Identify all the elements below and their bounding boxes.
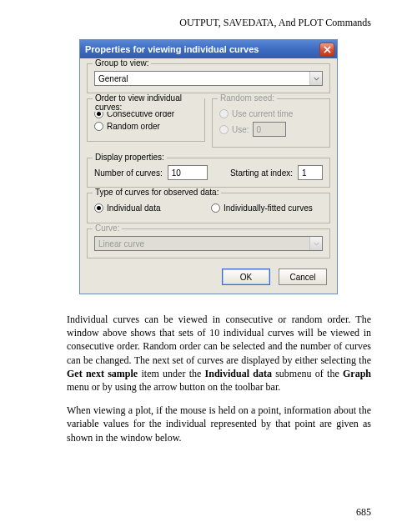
random-seed-legend: Random seed:: [218, 93, 277, 103]
dialog-buttons: OK Cancel: [87, 263, 330, 287]
radio-icon: [94, 203, 103, 213]
radio-use-seed: Use: 0: [219, 122, 323, 137]
radio-fitted-curves[interactable]: Individually-fitted curves: [211, 203, 323, 213]
group-select[interactable]: General: [94, 71, 323, 86]
close-button[interactable]: [319, 43, 334, 57]
curve-select: Linear curve: [94, 236, 323, 251]
chevron-down-icon: [309, 237, 322, 250]
paragraph-1: Individual curves can be viewed in conse…: [67, 313, 371, 394]
cancel-button[interactable]: Cancel: [279, 269, 327, 285]
radio-icon: [219, 125, 229, 134]
paragraph-2: When viewing a plot, if the mouse is hel…: [67, 404, 371, 444]
radio-use-label: Use:: [232, 125, 249, 134]
radio-individual-label: Individual data: [107, 203, 161, 213]
group-to-view-legend: Group to view:: [93, 58, 151, 68]
ok-button[interactable]: OK: [222, 269, 270, 285]
group-to-view-box: Group to view: General: [87, 63, 330, 93]
close-icon: [324, 46, 331, 53]
body-text: Individual curves can be viewed in conse…: [67, 313, 371, 444]
curve-box: Curve: Linear curve: [87, 228, 330, 258]
order-box: Order to view individual curves: Consecu…: [87, 98, 205, 142]
dialog-title: Properties for viewing individual curves: [85, 44, 259, 54]
radio-current-time-label: Use current time: [232, 109, 293, 118]
seed-input: 0: [253, 122, 286, 137]
order-legend: Order to view individual curves:: [93, 93, 204, 112]
num-curves-input[interactable]: 10: [168, 165, 208, 180]
radio-fitted-label: Individually-fitted curves: [224, 203, 313, 213]
radio-random-label: Random order: [107, 122, 160, 131]
observed-type-box: Type of curves for observed data: Indivi…: [87, 193, 330, 223]
observed-type-legend: Type of curves for observed data:: [93, 188, 221, 197]
chevron-down-icon: [309, 72, 322, 85]
page-number: 685: [356, 506, 371, 519]
dialog-window: Properties for viewing individual curves…: [79, 39, 338, 294]
page-header: OUTPUT, SAVEDATA, And PLOT Commands: [0, 0, 417, 34]
radio-icon: [94, 122, 103, 131]
dialog-body: Group to view: General Order to view ind…: [80, 58, 337, 294]
radio-icon: [211, 203, 220, 213]
curve-legend: Curve:: [93, 223, 122, 233]
radio-random[interactable]: Random order: [94, 122, 198, 131]
radio-icon: [219, 109, 229, 118]
random-seed-box: Random seed: Use current time Use: 0: [212, 98, 330, 148]
group-select-value: General: [98, 74, 128, 83]
radio-use-current-time: Use current time: [219, 109, 323, 118]
start-index-input[interactable]: 1: [298, 165, 323, 180]
start-index-label: Starting at index:: [230, 168, 293, 178]
display-properties-box: Display properties: Number of curves: 10…: [87, 158, 330, 188]
radio-individual-data[interactable]: Individual data: [94, 203, 206, 213]
num-curves-label: Number of curves:: [94, 168, 163, 178]
dialog-screenshot: Properties for viewing individual curves…: [79, 39, 338, 294]
dialog-titlebar: Properties for viewing individual curves: [80, 40, 337, 58]
display-properties-legend: Display properties:: [93, 153, 167, 162]
curve-select-value: Linear curve: [98, 239, 144, 248]
